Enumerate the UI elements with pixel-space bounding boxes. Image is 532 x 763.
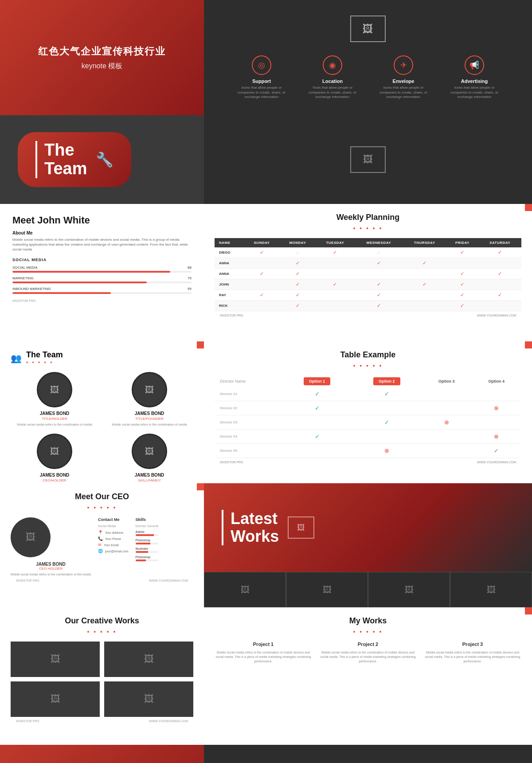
skill-label: Illustrator [136, 547, 158, 550]
slide-latest: Meet Our CEO • • • • • 🖼 JAMES BOND CEO … [0, 483, 532, 607]
team-header-right: 🖼 [204, 115, 532, 204]
my-work-2: Project 2 Mobile social media refers to … [319, 642, 417, 663]
cell: ✓ [471, 444, 521, 458]
hero-icon-support: ◎ Support Icons that allow people or com… [235, 55, 288, 99]
my-work-1: Project 1 Mobile social media refers to … [215, 642, 312, 663]
creative-thumb-1: 🖼 [11, 642, 100, 677]
project-label-2: Project 2 [319, 642, 417, 647]
cell [471, 415, 521, 430]
advertising-desc: Icons that allow people or companies to … [448, 86, 501, 99]
contact-address: 📍 Your Address [98, 530, 129, 535]
col-option1: Option 1 [282, 376, 352, 387]
advertising-label: Advertising [461, 78, 488, 84]
cell: ✓ [316, 279, 354, 290]
cell [422, 387, 472, 401]
col-option3: Option 3 [422, 376, 472, 387]
table-row: ANNA ✓ ✓ ✓ [215, 258, 521, 269]
cell [479, 258, 521, 269]
col-thursday: THURSDAY [403, 238, 446, 247]
skill-label-marketing: MARKETING 75 [12, 276, 192, 280]
thumb-icon-2: 🖼 [323, 585, 332, 595]
cell: ✓ [279, 269, 316, 279]
cell: ✓ [282, 387, 352, 401]
cell: ✓ [479, 269, 521, 279]
row-name: ANNA [215, 258, 244, 269]
member-card-1: 🖼 JAMES BOND TITLE/HOLDER Mobile social … [11, 372, 98, 426]
director-name: Director 05 [215, 444, 282, 458]
member-name-1: JAMES BOND [40, 411, 70, 416]
cell: ✓ [244, 290, 279, 301]
member-title-2: TITLE/FOUNDER [135, 417, 164, 421]
profile-skill-marketing: MARKETING 75 [12, 276, 192, 283]
ceo-avatar-icon: 🖼 [26, 532, 35, 543]
skill-label: Photoshop [136, 556, 158, 559]
cell: ✓ [244, 269, 279, 279]
cell: ✓ [282, 430, 352, 444]
member-card-3: 🖼 JAMES BOND CEO/HOLDER Mobile social me… [11, 434, 98, 488]
project-desc-3: Mobile social media refers to the combin… [424, 650, 521, 663]
director-name: Director 03 [215, 415, 282, 430]
planning-table: NAME SUNDAY MONDAY TUESDAY WEDNESDAY THU… [215, 238, 521, 311]
envelope-icon-circle: ✈ [394, 55, 413, 75]
profile-about-label: About Me [12, 231, 192, 235]
skills-label: Skills [136, 517, 158, 522]
cell [316, 290, 354, 301]
cell: ✓ [354, 290, 403, 301]
cell [282, 415, 352, 430]
team-header-text: TheTeam [35, 141, 87, 178]
cell: ✓ [279, 301, 316, 311]
cell [316, 269, 354, 279]
ceo-avatar-col: 🖼 JAMES BOND CEO HOLDER Mobile social me… [11, 517, 91, 576]
our-right: 🔧 [204, 745, 532, 763]
cell: ✓ [316, 247, 354, 258]
planning-right: Weekly Planning • • • • • NAME SUNDAY MO… [204, 204, 532, 341]
my-works-dots: • • • • • [215, 628, 521, 635]
envelope-label: Envelope [393, 78, 415, 84]
ceo-title: Meet Our CEO [11, 492, 193, 501]
example-table: Director Name Option 1 Option 2 Option 3… [215, 376, 521, 458]
slide-team-table: 👥 The Team • • • • • 🖼 JAMES BOND TITLE/… [0, 341, 532, 483]
creative-grid: 🖼 🖼 🖼 🖼 [11, 642, 193, 717]
cell: ✓ [403, 258, 446, 269]
cell [352, 430, 422, 444]
cell: ⊗ [422, 415, 472, 430]
skill-bar-social [12, 271, 192, 273]
hero-icons-row: ◎ Support Icons that allow people or com… [235, 55, 501, 99]
cell [244, 279, 279, 290]
works-thumb-2: 🖼 [286, 572, 368, 607]
hero-icon-envelope: ✈ Envelope Icons that allow people or co… [377, 55, 430, 99]
cell: ✓ [446, 301, 478, 311]
envelope-desc: Icons that allow people or companies to … [377, 86, 430, 99]
ceo-contact-col: Contact Me Social Media 📍 Your Address 📞… [98, 517, 129, 576]
example-header-row: Director Name Option 1 Option 2 Option 3… [215, 376, 521, 387]
cell: ✓ [479, 247, 521, 258]
support-icon-circle: ◎ [252, 55, 271, 75]
row-name: RICK [215, 301, 244, 311]
table-row: RICK ✓ ✓ ✓ [215, 301, 521, 311]
cell: ✓ [446, 269, 478, 279]
cell: ✓ [446, 279, 478, 290]
director-name: Director 02 [215, 401, 282, 415]
skill-bar [136, 560, 158, 561]
member-avatar-4: 🖼 [132, 434, 167, 469]
member-desc-2: Mobile social media refers to the combin… [112, 423, 187, 426]
the-team-title: TheTeam [44, 141, 87, 178]
cell [244, 301, 279, 311]
slide-creative: Our Creative Works • • • • • 🖼 🖼 🖼 🖼 INV… [0, 607, 532, 745]
my-works-title: My Works [215, 616, 521, 626]
table-footer-brand: INVESTOR PRO [220, 461, 243, 464]
director-name: Director 04 [215, 430, 282, 444]
cell: ✓ [282, 401, 352, 415]
cell: ✓ [354, 301, 403, 311]
cell: ✓ [352, 387, 422, 401]
project-label-3: Project 3 [424, 642, 521, 647]
team-header-left: TheTeam 🔧 [0, 115, 204, 204]
skill-fill-marketing [12, 282, 147, 283]
avatar-icon-4: 🖼 [145, 446, 154, 457]
team-header-image: 🖼 [350, 146, 386, 173]
ceo-dots: • • • • • [11, 504, 193, 511]
web-icon: 🌐 [98, 549, 103, 553]
table-example-title: Table Example [215, 350, 521, 360]
cell [244, 258, 279, 269]
cell: ○ [279, 247, 316, 258]
